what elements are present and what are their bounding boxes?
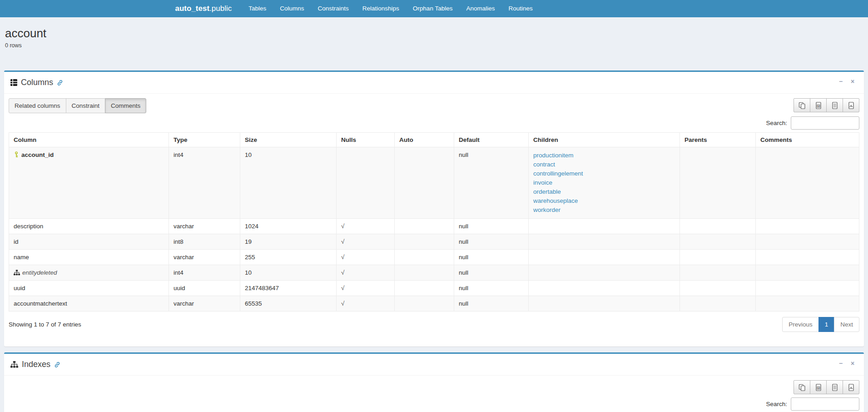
header-type: Type xyxy=(169,133,240,147)
nav-item-orphan-tables[interactable]: Orphan Tables xyxy=(406,0,460,17)
indexes-panel: Indexes − × x xyxy=(4,352,864,412)
nav-item-routines[interactable]: Routines xyxy=(501,0,539,17)
nav-item-constraints[interactable]: Constraints xyxy=(311,0,356,17)
sitemap-icon xyxy=(10,361,18,368)
excel-file-icon: x xyxy=(815,384,822,391)
cell-default: null xyxy=(454,265,529,281)
excel-file-icon: x xyxy=(815,102,822,109)
cell-comments xyxy=(756,281,859,296)
svg-text:x: x xyxy=(818,105,819,107)
cell-children xyxy=(529,219,680,234)
column-name: name xyxy=(14,254,29,261)
columns-search-input[interactable] xyxy=(791,116,859,130)
cell-comments xyxy=(756,234,859,250)
export-csv-button[interactable] xyxy=(826,98,843,112)
cell-parents xyxy=(680,234,756,250)
pdf-file-icon xyxy=(848,102,855,109)
cell-nulls: √ xyxy=(337,265,395,281)
cell-auto xyxy=(395,147,454,219)
export-excel-button[interactable]: x xyxy=(810,380,827,394)
export-copy-button[interactable] xyxy=(794,98,810,112)
export-excel-button[interactable]: x xyxy=(810,98,827,112)
table-list-icon xyxy=(10,79,17,86)
nav-item-anomalies[interactable]: Anomalies xyxy=(459,0,501,17)
header-nulls: Nulls xyxy=(337,133,395,147)
child-table-link[interactable]: controllingelement xyxy=(533,169,675,178)
next-page-button[interactable]: Next xyxy=(834,317,859,332)
anchor-link-icon[interactable] xyxy=(54,362,60,368)
cell-nulls: √ xyxy=(337,296,395,312)
table-info: Showing 1 to 7 of 7 entries xyxy=(9,321,81,328)
cell-auto xyxy=(395,250,454,265)
columns-panel-header: Columns − × xyxy=(4,72,864,94)
cell-type: int4 xyxy=(169,265,240,281)
close-button[interactable]: × xyxy=(848,76,858,86)
cell-default: null xyxy=(454,281,529,296)
brand-link[interactable]: auto_test.public xyxy=(175,4,232,13)
export-pdf-button[interactable] xyxy=(843,380,859,394)
table-row: id int8 19 √ null xyxy=(9,234,859,250)
pdf-file-icon xyxy=(848,384,855,391)
column-name: entitydeleted xyxy=(22,269,57,276)
cell-children: productionitem contract controllingeleme… xyxy=(529,147,680,219)
cell-children xyxy=(529,296,680,312)
export-buttons: x xyxy=(794,380,859,394)
table-row: name varchar 255 √ null xyxy=(9,250,859,265)
cell-type: varchar xyxy=(169,296,240,312)
cell-children xyxy=(529,234,680,250)
indexes-search-input[interactable] xyxy=(791,397,859,411)
child-table-link[interactable]: invoice xyxy=(533,178,675,187)
minimize-button[interactable]: − xyxy=(836,76,846,86)
column-name: accountmatchertext xyxy=(14,300,67,307)
cell-default: null xyxy=(454,219,529,234)
nav-item-columns[interactable]: Columns xyxy=(273,0,311,17)
close-button[interactable]: × xyxy=(848,358,858,368)
header-size: Size xyxy=(240,133,337,147)
pagination: Previous 1 Next xyxy=(782,317,859,332)
search-label: Search: xyxy=(766,401,787,407)
cell-type: varchar xyxy=(169,219,240,234)
nav-item-tables[interactable]: Tables xyxy=(242,0,273,17)
child-table-link[interactable]: contract xyxy=(533,160,675,169)
header-comments: Comments xyxy=(756,133,859,147)
export-csv-button[interactable] xyxy=(826,380,843,394)
nav-item-relationships[interactable]: Relationships xyxy=(356,0,406,17)
copy-icon xyxy=(799,102,806,109)
table-row: account_id int4 10 null productionitem c… xyxy=(9,147,859,219)
cell-auto xyxy=(395,219,454,234)
cell-parents xyxy=(680,219,756,234)
cell-auto xyxy=(395,296,454,312)
svg-text:x: x xyxy=(818,387,819,389)
header-auto: Auto xyxy=(395,133,454,147)
export-buttons: x xyxy=(794,98,859,112)
row-count: 0 rows xyxy=(5,42,863,49)
child-table-link[interactable]: ordertable xyxy=(533,187,675,196)
brand-schema: auto_test xyxy=(175,4,210,13)
child-table-link[interactable]: productionitem xyxy=(533,151,675,160)
minimize-button[interactable]: − xyxy=(836,358,846,368)
cell-nulls: √ xyxy=(337,281,395,296)
cell-parents xyxy=(680,265,756,281)
anchor-link-icon[interactable] xyxy=(57,80,63,86)
export-pdf-button[interactable] xyxy=(843,98,859,112)
cell-type: int4 xyxy=(169,147,240,219)
child-table-link[interactable]: workorder xyxy=(533,206,675,215)
table-header-row: Column Type Size Nulls Auto Default Chil… xyxy=(9,133,859,147)
cell-comments xyxy=(756,147,859,219)
export-copy-button[interactable] xyxy=(794,380,810,394)
table-row: entitydeleted int4 10 √ null xyxy=(9,265,859,281)
header-column: Column xyxy=(9,133,169,147)
tab-constraint[interactable]: Constraint xyxy=(66,98,106,113)
child-table-link[interactable]: warehouseplace xyxy=(533,196,675,206)
previous-page-button[interactable]: Previous xyxy=(782,317,819,332)
cell-default: null xyxy=(454,147,529,219)
cell-comments xyxy=(756,296,859,312)
columns-panel-title: Columns xyxy=(21,77,53,88)
cell-nulls xyxy=(337,147,395,219)
navbar: auto_test.public Tables Columns Constrai… xyxy=(0,0,868,17)
page-1-button[interactable]: 1 xyxy=(818,317,835,332)
cell-auto xyxy=(395,265,454,281)
brand-catalog: .public xyxy=(209,4,232,13)
tab-related-columns[interactable]: Related columns xyxy=(9,98,66,113)
tab-comments[interactable]: Comments xyxy=(105,98,146,113)
